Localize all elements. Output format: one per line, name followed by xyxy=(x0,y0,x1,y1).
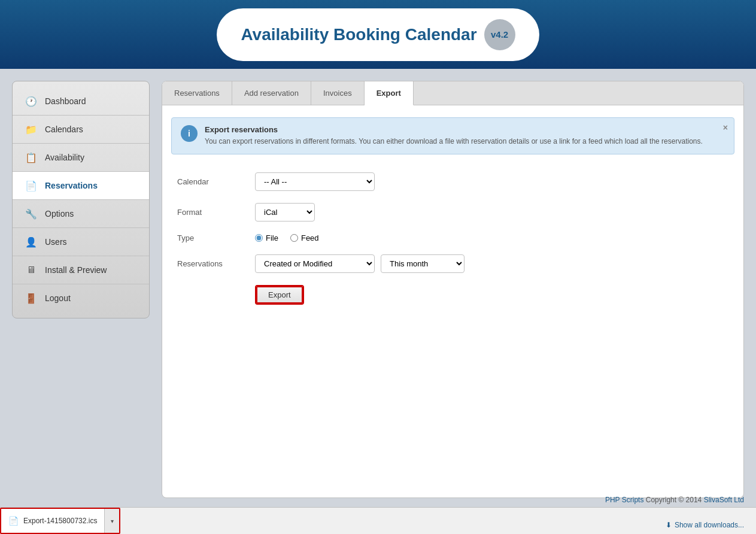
reservations-icon: 📄 xyxy=(25,179,38,192)
footer-copyright: PHP Scripts Copyright © 2014 SlivaSoft L… xyxy=(605,496,744,504)
sidebar-label-calendars: Calendars xyxy=(45,125,83,134)
format-control: iCalCSVXML xyxy=(255,203,315,222)
info-description: You can export reservations in different… xyxy=(205,136,703,147)
form-row-reservations: Reservations Created or Modified This mo… xyxy=(177,254,728,273)
availability-icon: 📋 xyxy=(25,151,38,164)
calendars-icon: 📁 xyxy=(25,123,38,136)
sidebar-item-calendars[interactable]: 📁 Calendars xyxy=(13,116,149,144)
sidebar-item-install-preview[interactable]: 🖥 Install & Preview xyxy=(13,256,149,284)
dashboard-icon: 🕐 xyxy=(25,95,38,108)
sidebar-item-logout[interactable]: 🚪 Logout xyxy=(13,284,149,312)
sidebar-item-users[interactable]: 👤 Users xyxy=(13,228,149,256)
php-scripts-link[interactable]: PHP Scripts xyxy=(605,496,643,504)
header-logo: Availability Booking Calendar v4.2 xyxy=(217,8,539,61)
show-all-downloads-link[interactable]: ⬇ Show all downloads... xyxy=(666,521,744,529)
calendar-control: -- All -- xyxy=(255,172,375,191)
app-version: v4.2 xyxy=(484,19,515,50)
sidebar-label-availability: Availability xyxy=(45,153,84,162)
info-title: Export reservations xyxy=(205,125,703,134)
app-title: Availability Booking Calendar xyxy=(241,25,476,44)
type-file-label[interactable]: File xyxy=(255,233,278,242)
form-row-calendar: Calendar -- All -- xyxy=(177,172,728,191)
logout-icon: 🚪 xyxy=(25,292,38,305)
type-label: Type xyxy=(177,233,255,242)
sidebar-item-availability[interactable]: 📋 Availability xyxy=(13,144,149,172)
sidebar-item-options[interactable]: 🔧 Options xyxy=(13,200,149,228)
info-box: i Export reservations You can export res… xyxy=(171,117,734,154)
form-row-type: Type File Feed xyxy=(177,233,728,242)
info-close-button[interactable]: × xyxy=(723,123,728,132)
footer: PHP Scripts Copyright © 2014 SlivaSoft L… xyxy=(0,507,756,534)
download-arrow-icon: ⬇ xyxy=(666,521,672,529)
tab-bar: Reservations Add reservation Invoices Ex… xyxy=(162,81,743,105)
format-select[interactable]: iCalCSVXML xyxy=(255,203,315,222)
sidebar-label-dashboard: Dashboard xyxy=(45,96,86,106)
header: Availability Booking Calendar v4.2 xyxy=(0,0,756,69)
month-select[interactable]: This month xyxy=(381,254,464,273)
type-feed-label[interactable]: Feed xyxy=(290,233,319,242)
form-row-export: Export xyxy=(177,285,728,305)
info-icon: i xyxy=(181,125,198,142)
reservations-select[interactable]: Created or Modified xyxy=(255,254,375,273)
calendar-select[interactable]: -- All -- xyxy=(255,172,375,191)
sidebar-item-dashboard[interactable]: 🕐 Dashboard xyxy=(13,87,149,116)
format-label: Format xyxy=(177,208,255,217)
options-icon: 🔧 xyxy=(25,207,38,220)
filename: Export-1415800732.ics xyxy=(23,517,97,525)
content-panel: Reservations Add reservation Invoices Ex… xyxy=(162,81,744,498)
sidebar-label-install: Install & Preview xyxy=(45,265,107,275)
downloaded-file[interactable]: 📄 Export-1415800732.ics xyxy=(1,509,104,533)
install-icon: 🖥 xyxy=(25,263,38,277)
form-row-format: Format iCalCSVXML xyxy=(177,203,728,222)
tab-reservations[interactable]: Reservations xyxy=(162,81,232,105)
sidebar-label-logout: Logout xyxy=(45,293,71,303)
users-icon: 👤 xyxy=(25,235,38,248)
export-form: Calendar -- All -- Format iCalCSVXML Typ… xyxy=(162,163,743,326)
content-body: i Export reservations You can export res… xyxy=(162,105,743,329)
type-control: File Feed xyxy=(255,233,319,242)
type-feed-radio[interactable] xyxy=(290,234,298,242)
footer-download-bar: 📄 Export-1415800732.ics ▾ xyxy=(0,508,120,534)
calendar-label: Calendar xyxy=(177,177,255,186)
main-layout: 🕐 Dashboard 📁 Calendars 📋 Availability 📄… xyxy=(0,69,756,510)
sidebar-item-reservations[interactable]: 📄 Reservations xyxy=(13,172,149,200)
file-icon: 📄 xyxy=(8,516,19,526)
sidebar-label-reservations: Reservations xyxy=(45,181,98,190)
reservations-label: Reservations xyxy=(177,259,255,268)
slivasoft-link[interactable]: SlivaSoft Ltd xyxy=(704,496,744,504)
tab-export[interactable]: Export xyxy=(365,81,414,105)
sidebar-label-options: Options xyxy=(45,209,74,219)
show-downloads-text: Show all downloads... xyxy=(675,521,744,529)
sidebar: 🕐 Dashboard 📁 Calendars 📋 Availability 📄… xyxy=(12,81,150,318)
export-button[interactable]: Export xyxy=(255,285,304,305)
reservations-control: Created or Modified This month xyxy=(255,254,464,273)
tab-add-reservation[interactable]: Add reservation xyxy=(232,81,311,105)
sidebar-label-users: Users xyxy=(45,237,67,247)
tab-invoices[interactable]: Invoices xyxy=(311,81,365,105)
export-control: Export xyxy=(255,285,304,305)
info-content: Export reservations You can export reser… xyxy=(205,125,703,147)
type-file-text: File xyxy=(266,233,278,242)
download-dropdown-arrow[interactable]: ▾ xyxy=(104,509,119,533)
type-feed-text: Feed xyxy=(301,233,319,242)
type-file-radio[interactable] xyxy=(255,234,263,242)
